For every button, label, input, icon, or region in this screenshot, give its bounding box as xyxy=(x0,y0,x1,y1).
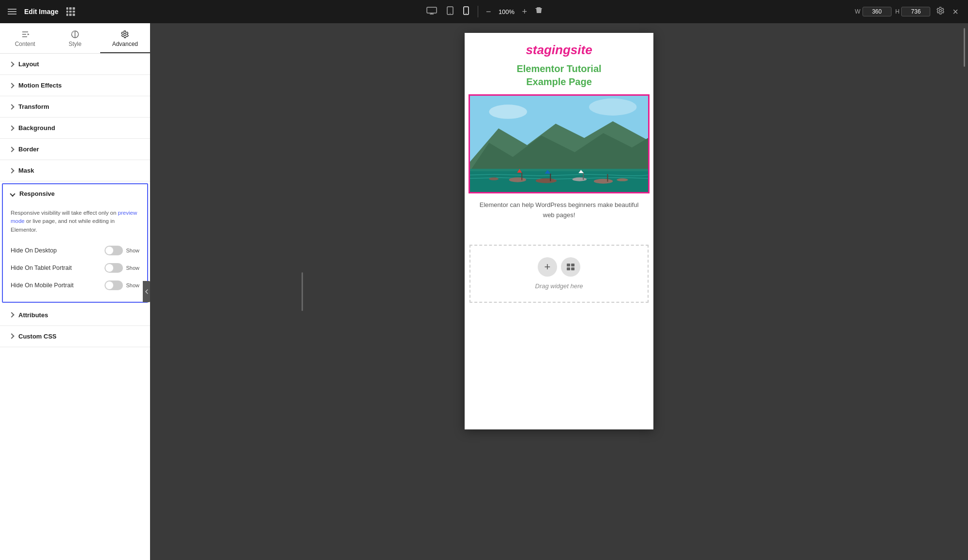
top-bar: Edit Image − 100% + W H xyxy=(0,0,968,23)
settings-button[interactable] xyxy=(934,4,947,19)
main-layout: Content Style Advanced Layout Motion Eff… xyxy=(0,23,968,560)
hide-desktop-row: Hide On Desktop Show xyxy=(11,242,139,259)
svg-point-25 xyxy=(489,177,499,180)
site-title-area: stagingsite xyxy=(465,33,653,60)
background-section-header[interactable]: Background xyxy=(0,118,150,138)
top-bar-right: W H × xyxy=(855,4,960,19)
drag-widget-area[interactable]: + Drag widget here xyxy=(469,245,649,303)
mask-chevron-icon xyxy=(9,168,14,173)
hide-tablet-toggle-wrap: Show xyxy=(105,263,139,273)
mask-section-header[interactable]: Mask xyxy=(0,160,150,181)
svg-point-4 xyxy=(450,13,451,14)
hide-mobile-toggle-wrap: Show xyxy=(105,280,139,290)
reset-zoom-button[interactable] xyxy=(533,7,544,17)
attributes-chevron-icon xyxy=(9,312,14,318)
responsive-section-header[interactable]: Responsive xyxy=(3,184,147,203)
responsive-content: Responsive visibility will take effect o… xyxy=(3,203,147,302)
section-attributes: Attributes xyxy=(0,305,150,326)
responsive-note: Responsive visibility will take effect o… xyxy=(11,209,139,234)
svg-point-27 xyxy=(489,104,527,119)
hide-desktop-toggle-wrap: Show xyxy=(105,246,139,255)
panel-collapse-handle[interactable] xyxy=(143,281,150,302)
svg-point-14 xyxy=(509,177,526,182)
close-button[interactable]: × xyxy=(951,4,960,19)
hide-desktop-toggle[interactable] xyxy=(105,246,123,255)
motion-effects-section-header[interactable]: Motion Effects xyxy=(0,75,150,96)
attributes-section-header[interactable]: Attributes xyxy=(0,305,150,325)
left-scroll-indicator xyxy=(300,23,304,560)
right-scroll-bar xyxy=(962,23,966,560)
page-title-area: Elementor Tutorial Example Page xyxy=(465,60,653,94)
svg-point-20 xyxy=(573,177,587,181)
responsive-chevron-icon xyxy=(10,191,15,196)
panel-title: Edit Image xyxy=(24,8,59,15)
hide-tablet-toggle[interactable] xyxy=(105,263,123,273)
desktop-view-button[interactable] xyxy=(424,5,440,18)
section-motion-effects: Motion Effects xyxy=(0,75,150,96)
page-title-line1: Elementor Tutorial xyxy=(479,62,639,75)
canvas-area: stagingsite Elementor Tutorial Example P… xyxy=(150,23,968,560)
transform-chevron-icon xyxy=(9,104,14,109)
hide-mobile-show-label: Show xyxy=(126,282,139,288)
landscape-image xyxy=(470,96,648,192)
height-input-group: H xyxy=(895,7,931,16)
height-input[interactable] xyxy=(901,7,930,16)
tab-style[interactable]: Style xyxy=(50,23,100,53)
toolbar-separator xyxy=(478,6,478,17)
svg-point-26 xyxy=(617,178,628,181)
zoom-out-button[interactable]: − xyxy=(484,7,493,17)
zoom-level-display: 100% xyxy=(497,8,516,15)
custom-css-chevron-icon xyxy=(9,334,14,339)
svg-rect-18 xyxy=(550,174,551,181)
layout-chevron-icon xyxy=(9,61,14,67)
widget-library-button[interactable] xyxy=(561,257,580,277)
panel-tabs: Content Style Advanced xyxy=(0,23,150,54)
svg-point-17 xyxy=(536,178,557,183)
motion-chevron-icon xyxy=(9,83,14,88)
svg-rect-30 xyxy=(571,264,575,266)
transform-section-header[interactable]: Transform xyxy=(0,96,150,117)
border-chevron-icon xyxy=(9,147,14,152)
section-responsive: Responsive Responsive visibility will ta… xyxy=(2,183,148,303)
section-transform: Transform xyxy=(0,96,150,118)
tab-content[interactable]: Content xyxy=(0,23,50,53)
page-description: Elementor can help WordPress beginners m… xyxy=(465,193,653,225)
section-background: Background xyxy=(0,118,150,139)
layout-section-header[interactable]: Layout xyxy=(0,54,150,74)
left-panel: Content Style Advanced Layout Motion Eff… xyxy=(0,23,150,560)
tablet-view-button[interactable] xyxy=(444,4,456,19)
border-section-header[interactable]: Border xyxy=(0,139,150,160)
drag-widget-buttons: + xyxy=(538,257,580,277)
mobile-view-button[interactable] xyxy=(460,4,472,19)
width-input[interactable] xyxy=(862,7,892,16)
height-label: H xyxy=(895,8,900,15)
hide-tablet-show-label: Show xyxy=(126,265,139,271)
svg-rect-15 xyxy=(521,173,522,180)
zoom-in-button[interactable]: + xyxy=(520,7,529,17)
page-image-container xyxy=(469,94,650,193)
grid-menu-icon[interactable] xyxy=(66,7,75,16)
hide-mobile-label: Hide On Mobile Portrait xyxy=(11,282,74,289)
hide-mobile-toggle[interactable] xyxy=(105,280,123,290)
hide-desktop-show-label: Show xyxy=(126,248,139,253)
background-chevron-icon xyxy=(9,125,14,131)
hide-tablet-row: Hide On Tablet Portrait Show xyxy=(11,259,139,277)
svg-point-6 xyxy=(466,13,467,14)
custom-css-section-header[interactable]: Custom CSS xyxy=(0,326,150,347)
svg-rect-29 xyxy=(567,264,570,266)
section-border: Border xyxy=(0,139,150,160)
svg-rect-31 xyxy=(567,267,570,270)
hide-desktop-label: Hide On Desktop xyxy=(11,247,57,254)
section-layout: Layout xyxy=(0,54,150,75)
svg-rect-24 xyxy=(607,174,608,182)
width-label: W xyxy=(855,8,860,15)
svg-point-28 xyxy=(589,99,636,116)
device-toolbar: − 100% + xyxy=(424,4,544,19)
svg-rect-0 xyxy=(427,7,437,13)
svg-rect-32 xyxy=(571,267,575,270)
tab-advanced[interactable]: Advanced xyxy=(100,23,150,53)
hamburger-menu-icon[interactable] xyxy=(8,9,16,15)
add-widget-button[interactable]: + xyxy=(538,257,557,277)
drag-label: Drag widget here xyxy=(535,282,583,290)
svg-rect-21 xyxy=(583,173,584,180)
